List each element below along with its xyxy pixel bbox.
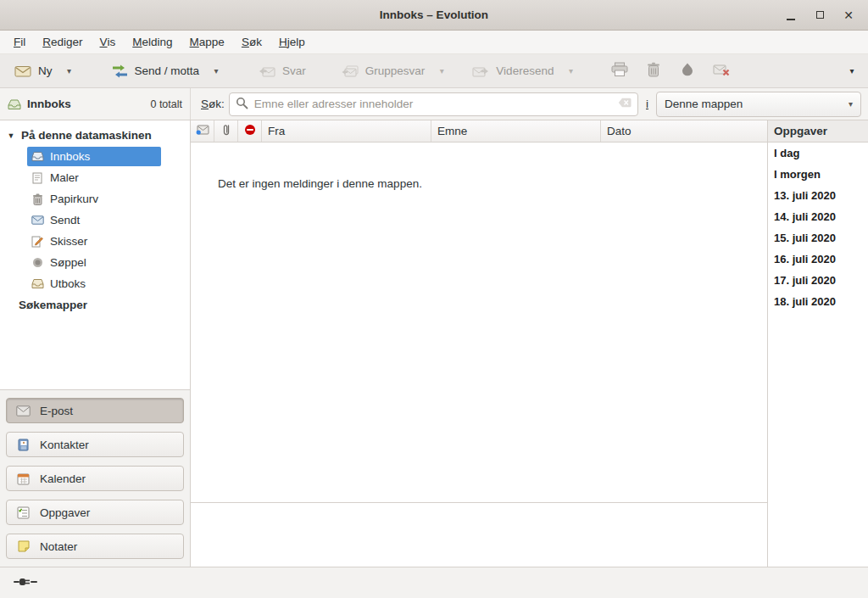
paperclip-icon xyxy=(222,123,231,139)
folder-item-skisser[interactable]: Skisser xyxy=(0,231,190,252)
task-group-tomorrow: I morgen xyxy=(768,164,868,185)
printer-icon xyxy=(611,62,628,80)
close-icon: ✕ xyxy=(843,9,854,21)
todo-bar: Oppgaver I dag I morgen 13. juli 2020 14… xyxy=(767,120,868,567)
current-folder-info: Innboks 0 totalt xyxy=(0,88,191,120)
switcher-notes-button[interactable]: Notater xyxy=(6,534,184,559)
new-button-label: Ny xyxy=(38,64,53,77)
column-priority[interactable] xyxy=(238,120,262,142)
junk-button[interactable] xyxy=(673,58,702,85)
menu-mappe[interactable]: Mappe xyxy=(181,31,233,53)
titlebar[interactable]: Innboks – Evolution ✕ xyxy=(0,0,868,31)
online-status-button[interactable] xyxy=(10,573,41,593)
send-receive-dropdown-arrow[interactable]: ▾ xyxy=(207,58,225,85)
tree-root-this-computer[interactable]: ▼ På denne datamaskinen xyxy=(0,125,190,146)
message-list-pane: Fra Emne Dato Det er ingen meldinger i d… xyxy=(191,120,767,567)
drafts-icon xyxy=(31,236,44,248)
search-icon[interactable] xyxy=(236,97,248,112)
inbox-icon xyxy=(31,151,44,162)
delete-button[interactable] xyxy=(639,58,668,85)
group-reply-group: Gruppesvar ▾ xyxy=(334,58,452,85)
column-from[interactable]: Fra xyxy=(262,120,431,142)
menu-vis[interactable]: Vis xyxy=(92,31,125,53)
search-bar: Innboks 0 totalt Søk: i Denne mappen ▾ xyxy=(0,88,868,120)
folder-item-papirkurv[interactable]: Papirkurv xyxy=(0,188,190,210)
task-group-date: 15. juli 2020 xyxy=(768,227,868,249)
switcher-contacts-button[interactable]: Kontakter xyxy=(6,432,184,457)
column-date[interactable]: Dato xyxy=(601,120,767,142)
inbox-folder-icon xyxy=(8,98,21,110)
search-scope-dropdown[interactable]: Denne mappen ▾ xyxy=(656,92,861,117)
send-receive-icon xyxy=(112,64,128,78)
main-area: ▼ På denne datamaskinen Innboks xyxy=(0,120,868,567)
junk-icon xyxy=(680,63,695,79)
folder-label: Søppel xyxy=(50,256,86,269)
print-button[interactable] xyxy=(605,58,634,85)
column-status[interactable] xyxy=(191,120,214,142)
folder-item-utboks[interactable]: Utboks xyxy=(0,273,190,294)
menu-sok[interactable]: Søk xyxy=(233,31,270,53)
forward-group: Videresend ▾ xyxy=(465,58,580,85)
priority-icon xyxy=(244,124,256,138)
new-button[interactable]: Ny xyxy=(7,58,60,85)
menu-rediger[interactable]: Rediger xyxy=(34,31,91,53)
menu-hjelp[interactable]: Hjelp xyxy=(270,31,314,53)
reply-button[interactable]: Svar xyxy=(251,58,314,85)
switcher-label: Kontakter xyxy=(40,439,89,451)
task-group-date: 14. juli 2020 xyxy=(768,206,868,227)
tree-root-search-folders[interactable]: Søkemapper xyxy=(0,294,190,316)
folder-item-soppel[interactable]: Søppel xyxy=(0,252,190,273)
expander-icon[interactable]: ▼ xyxy=(7,131,15,140)
toolbar-overflow-arrow[interactable]: ▾ xyxy=(843,66,861,75)
new-button-group: Ny ▾ xyxy=(7,58,79,85)
address-book-icon xyxy=(16,439,31,451)
trash-folder-icon xyxy=(31,193,44,205)
group-reply-button[interactable]: Gruppesvar xyxy=(334,58,433,85)
search-entry xyxy=(229,92,638,116)
folder-item-maler[interactable]: Maler xyxy=(0,167,190,188)
switcher-calendar-button[interactable]: Kalender xyxy=(6,466,184,491)
window-controls: ✕ xyxy=(782,6,868,25)
search-scope-value: Denne mappen xyxy=(665,98,743,110)
search-input[interactable] xyxy=(254,98,612,110)
message-list-body[interactable]: Det er ingen meldinger i denne mappen. xyxy=(191,143,767,502)
tasks-icon xyxy=(16,506,31,519)
sent-icon xyxy=(31,215,44,225)
switcher-mail-button[interactable]: E-post xyxy=(6,398,184,423)
search-label: Søk: xyxy=(201,98,225,110)
group-reply-icon xyxy=(342,64,359,78)
clear-search-icon[interactable] xyxy=(618,98,632,110)
tree-root-label: På denne datamaskinen xyxy=(21,129,152,142)
empty-folder-message: Det er ingen meldinger i denne mappen. xyxy=(191,143,767,190)
calendar-icon xyxy=(16,472,31,485)
switcher-tasks-button[interactable]: Oppgaver xyxy=(6,500,184,525)
switcher-label: E-post xyxy=(40,405,73,417)
column-attachment[interactable] xyxy=(214,120,238,142)
menu-melding[interactable]: Melding xyxy=(124,31,181,53)
not-junk-button[interactable] xyxy=(707,58,736,85)
switcher-label: Kalender xyxy=(40,472,86,485)
minimize-button[interactable] xyxy=(782,6,800,25)
window-title: Innboks – Evolution xyxy=(0,8,868,21)
new-dropdown-arrow[interactable]: ▾ xyxy=(60,58,79,85)
search-scope-in-label: i xyxy=(646,98,648,110)
folder-tree: ▼ På denne datamaskinen Innboks xyxy=(0,120,190,389)
plug-icon xyxy=(14,577,37,590)
sidebar: ▼ På denne datamaskinen Innboks xyxy=(0,120,191,567)
menubar: Fil Rediger Vis Melding Mappe Søk Hjelp xyxy=(0,31,868,54)
forward-dropdown-arrow[interactable]: ▾ xyxy=(561,58,580,85)
message-list-header: Fra Emne Dato xyxy=(191,120,767,143)
column-subject[interactable]: Emne xyxy=(431,120,601,142)
folder-label: Sendt xyxy=(50,214,80,226)
folder-item-innboks[interactable]: Innboks xyxy=(0,146,190,167)
maximize-button[interactable] xyxy=(810,6,829,25)
mail-icon xyxy=(16,405,31,416)
forward-button[interactable]: Videresend xyxy=(465,58,561,85)
group-reply-label: Gruppesvar xyxy=(365,64,426,77)
group-reply-dropdown-arrow[interactable]: ▾ xyxy=(432,58,451,85)
menu-fil[interactable]: Fil xyxy=(5,31,34,53)
send-receive-button[interactable]: Send / motta xyxy=(104,58,208,85)
folder-item-sendt[interactable]: Sendt xyxy=(0,210,190,231)
task-group-date: 17. juli 2020 xyxy=(768,270,868,291)
close-button[interactable]: ✕ xyxy=(839,6,858,25)
